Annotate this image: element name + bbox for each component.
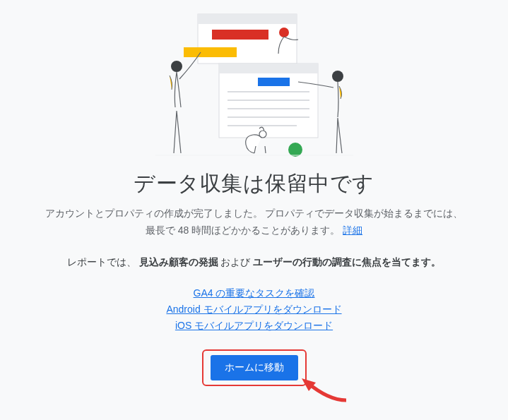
subtext: アカウントとプロパティの作成が完了しました。 プロパティでデータ収集が始まるまで… bbox=[45, 205, 463, 239]
svg-rect-6 bbox=[258, 78, 290, 86]
svg-rect-1 bbox=[198, 14, 297, 24]
report-bold1: 見込み顧客の発掘 bbox=[139, 256, 218, 268]
content-container: データ収集は保留中です アカウントとプロパティの作成が完了しました。 プロパティ… bbox=[0, 0, 508, 386]
svg-point-14 bbox=[171, 61, 182, 72]
svg-point-12 bbox=[288, 143, 302, 157]
ga4-tasks-link[interactable]: GA4 の重要なタスクを確認 bbox=[194, 287, 315, 300]
go-home-button[interactable]: ホームに移動 bbox=[211, 355, 298, 380]
ios-download-link[interactable]: iOS モバイルアプリをダウンロード bbox=[175, 320, 333, 332]
svg-rect-2 bbox=[212, 30, 268, 40]
svg-rect-3 bbox=[184, 47, 237, 57]
report-prefix: レポートでは、 bbox=[67, 256, 136, 268]
android-download-link[interactable]: Android モバイルアプリをダウンロード bbox=[166, 304, 341, 316]
svg-rect-5 bbox=[219, 64, 318, 73]
svg-point-13 bbox=[259, 131, 266, 138]
svg-point-16 bbox=[332, 71, 343, 82]
report-text: レポートでは、 見込み顧客の発掘 および ユーザーの行動の調査に焦点を当てます。 bbox=[67, 256, 442, 269]
hero-illustration bbox=[148, 8, 360, 157]
highlight-box: ホームに移動 bbox=[202, 349, 307, 386]
svg-point-15 bbox=[279, 28, 289, 37]
report-mid: および bbox=[220, 256, 253, 268]
report-bold2: ユーザーの行動の調査に焦点を当てます。 bbox=[253, 256, 441, 268]
detail-link[interactable]: 詳細 bbox=[343, 224, 362, 236]
page-heading: データ収集は保留中です bbox=[134, 169, 374, 198]
subtext-line2: 最長で 48 時間ほどかかることがあります。 bbox=[146, 224, 343, 236]
quick-links: GA4 の重要なタスクを確認 Android モバイルアプリをダウンロード iO… bbox=[166, 287, 341, 332]
subtext-line1: アカウントとプロパティの作成が完了しました。 プロパティでデータ収集が始まるまで… bbox=[45, 208, 463, 219]
